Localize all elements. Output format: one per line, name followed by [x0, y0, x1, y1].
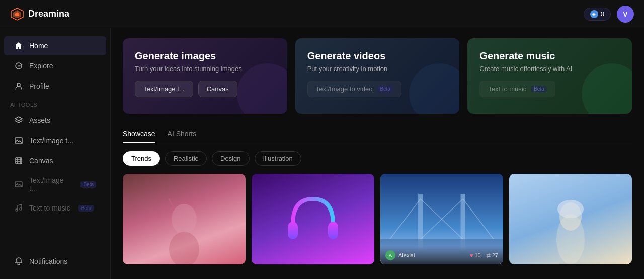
feature-card-music[interactable]: Generate music Create music effortlessly… — [467, 38, 632, 114]
image2-icon — [14, 180, 23, 189]
logo-text: Dreamina — [28, 9, 69, 19]
like-count: 10 — [475, 252, 481, 258]
gallery-item-1[interactable] — [123, 174, 246, 264]
image-grid: A Alexlai ♥ 10 ⇄ 27 — [123, 174, 632, 264]
tabs-row: Showcase AI Shorts — [123, 126, 632, 143]
gallery-stats-3: ♥ 10 ⇄ 27 — [470, 252, 498, 259]
sidebar-section-label: AI tools — [0, 97, 110, 110]
gallery-item-4[interactable] — [509, 174, 632, 264]
sidebar-label-notifications: Notifications — [29, 257, 67, 265]
beta-badge-textimage2: Beta — [80, 181, 96, 188]
header-right: ◈ 0 V — [584, 6, 634, 23]
feature-card-videos[interactable]: Generate videos Put your creativity in m… — [295, 38, 460, 114]
main-content: Generate images Turn your ideas into stu… — [111, 28, 644, 279]
repost-stat: ⇄ 27 — [486, 252, 498, 259]
credit-icon: ◈ — [590, 10, 598, 18]
video-beta-badge: Beta — [377, 86, 393, 92]
gallery-item-3[interactable]: A Alexlai ♥ 10 ⇄ 27 — [380, 174, 503, 264]
repost-count: 27 — [492, 252, 498, 258]
like-stat: ♥ 10 — [470, 252, 481, 258]
tab-showcase[interactable]: Showcase — [123, 126, 155, 143]
beta-badge-music: Beta — [78, 205, 94, 212]
bell-icon — [14, 257, 23, 266]
gallery-image-1 — [123, 174, 246, 264]
gallery-overlay-3: A Alexlai ♥ 10 ⇄ 27 — [380, 246, 503, 264]
music-beta-badge: Beta — [531, 86, 547, 92]
repost-icon: ⇄ — [486, 252, 491, 259]
image-icon — [14, 136, 23, 145]
svg-point-15 — [16, 209, 18, 211]
gallery-user-3: A Alexlai — [385, 250, 415, 260]
gallery-image-4 — [509, 174, 632, 264]
sidebar-label-profile: Profile — [29, 82, 49, 90]
pill-illustration[interactable]: Illustration — [255, 151, 301, 166]
svg-point-16 — [20, 208, 22, 210]
svg-rect-22 — [328, 222, 338, 239]
pill-realistic[interactable]: Realistic — [165, 151, 207, 166]
feature-cards-row: Generate images Turn your ideas into stu… — [123, 38, 632, 114]
sidebar-item-notifications[interactable]: Notifications — [4, 252, 106, 271]
video-button[interactable]: Text/Image to video Beta — [307, 81, 401, 97]
svg-point-5 — [17, 83, 20, 86]
header: Dreamina ◈ 0 V — [0, 0, 644, 28]
card-videos-title: Generate videos — [307, 50, 448, 62]
logo[interactable]: Dreamina — [10, 7, 69, 21]
user-avatar-3: A — [385, 250, 395, 260]
compass-icon — [14, 61, 23, 71]
sidebar-item-textimage[interactable]: Text/Image t... — [4, 131, 106, 150]
home-icon — [14, 41, 23, 50]
sidebar-label-textmusic: Text to music — [29, 204, 70, 212]
svg-line-19 — [169, 199, 174, 209]
pill-design[interactable]: Design — [212, 151, 249, 166]
credit-badge[interactable]: ◈ 0 — [584, 8, 611, 21]
svg-point-18 — [169, 232, 199, 264]
music-button[interactable]: Text to music Beta — [479, 81, 555, 97]
gallery-image-2 — [252, 174, 374, 264]
svg-marker-4 — [18, 65, 21, 67]
user-avatar[interactable]: V — [617, 6, 634, 23]
filter-pills: Trends Realistic Design Illustration — [123, 151, 632, 166]
sidebar-item-profile[interactable]: Profile — [4, 77, 106, 96]
sidebar-item-textimage2[interactable]: Text/Image t... Beta — [4, 171, 106, 197]
svg-line-20 — [194, 199, 199, 209]
feature-card-images[interactable]: Generate images Turn your ideas into stu… — [123, 38, 287, 114]
sidebar-label-canvas: Canvas — [29, 157, 53, 165]
svg-rect-21 — [288, 222, 298, 239]
card-images-title: Generate images — [135, 50, 275, 62]
credit-count: 0 — [601, 10, 604, 18]
sidebar-item-assets[interactable]: Assets — [4, 111, 106, 130]
sidebar-item-textmusic[interactable]: Text to music Beta — [4, 198, 106, 218]
svg-point-17 — [172, 204, 197, 234]
sidebar-label-assets: Assets — [29, 116, 50, 124]
sidebar-label-textimage: Text/Image t... — [29, 136, 73, 145]
username-3: Alexlai — [398, 252, 415, 258]
sidebar-item-explore[interactable]: Explore — [4, 56, 106, 76]
pill-trends[interactable]: Trends — [123, 151, 160, 166]
layers-icon — [14, 116, 23, 125]
canvas-button[interactable]: Canvas — [198, 81, 237, 97]
heart-icon: ♥ — [470, 252, 473, 258]
sidebar: Home Explore Profile AI tools — [0, 28, 111, 279]
sidebar-item-home[interactable]: Home — [4, 36, 106, 55]
gallery-item-2[interactable] — [252, 174, 374, 264]
tab-ai-shorts[interactable]: AI Shorts — [168, 126, 197, 143]
svg-rect-8 — [16, 158, 22, 164]
textimage-button[interactable]: Text/Image t... — [135, 81, 193, 97]
body: Home Explore Profile AI tools — [0, 28, 644, 279]
sidebar-label-explore: Explore — [29, 62, 53, 70]
card-music-title: Generate music — [479, 50, 620, 62]
music-icon — [14, 203, 23, 213]
sidebar-label-textimage2: Text/Image t... — [29, 176, 72, 192]
user-icon — [14, 82, 23, 91]
canvas-icon — [14, 156, 23, 165]
logo-icon — [10, 7, 24, 21]
sidebar-item-canvas[interactable]: Canvas — [4, 151, 106, 170]
svg-point-33 — [556, 214, 585, 264]
sidebar-label-home: Home — [29, 42, 48, 50]
